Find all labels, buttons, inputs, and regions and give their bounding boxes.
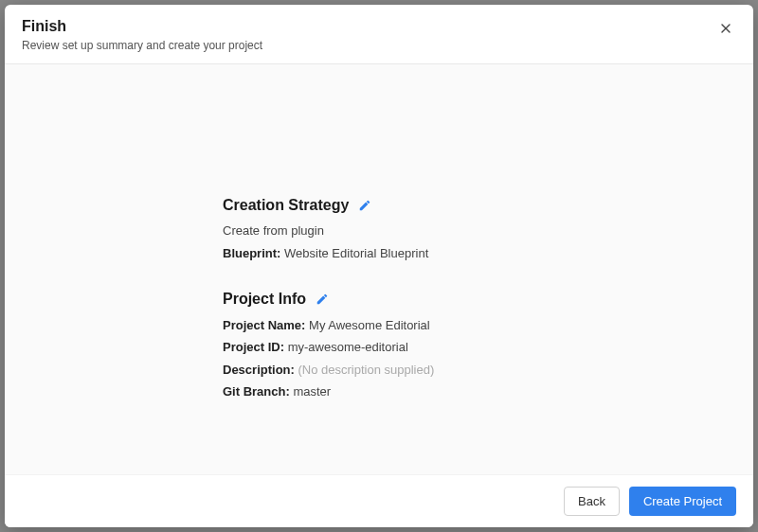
pencil-icon [316,293,329,306]
blueprint-value: Website Editorial Blueprint [284,246,428,260]
close-button[interactable] [715,20,736,41]
strategy-subtext: Create from plugin [223,223,564,238]
pencil-icon [358,199,371,212]
project-name-label: Project Name: [223,318,305,332]
modal-body: Creation Strategy Create from plugin Blu… [5,64,753,474]
finish-modal: Finish Review set up summary and create … [5,5,753,527]
edit-strategy-button[interactable] [358,199,371,212]
section-header: Creation Strategy [223,197,564,214]
project-name-field: Project Name: My Awesome Editorial [223,317,564,334]
project-id-value: my-awesome-editorial [288,340,408,354]
edit-project-info-button[interactable] [316,293,329,306]
git-branch-field: Git Branch: master [223,383,564,400]
project-info-section: Project Info Project Name: My Awesome Ed… [223,291,564,400]
modal-title: Finish [22,18,736,35]
summary: Creation Strategy Create from plugin Blu… [223,197,564,400]
blueprint-label: Blueprint: [223,246,280,260]
blueprint-field: Blueprint: Website Editorial Blueprint [223,245,564,262]
modal-subtitle: Review set up summary and create your pr… [22,39,736,52]
description-value: (No description supplied) [298,363,434,377]
creation-strategy-section: Creation Strategy Create from plugin Blu… [223,197,564,262]
project-id-label: Project ID: [223,340,284,354]
section-header: Project Info [223,291,564,308]
modal-footer: Back Create Project [5,474,753,527]
create-project-button[interactable]: Create Project [629,487,736,516]
close-icon [718,21,733,40]
description-field: Description: (No description supplied) [223,362,564,379]
description-label: Description: [223,363,295,377]
git-branch-label: Git Branch: [223,384,290,399]
project-id-field: Project ID: my-awesome-editorial [223,339,564,356]
back-button[interactable]: Back [564,487,620,516]
project-info-title: Project Info [223,291,306,308]
project-name-value: My Awesome Editorial [309,318,430,332]
modal-header: Finish Review set up summary and create … [5,5,753,64]
creation-strategy-title: Creation Strategy [223,197,349,214]
git-branch-value: master [293,384,331,399]
